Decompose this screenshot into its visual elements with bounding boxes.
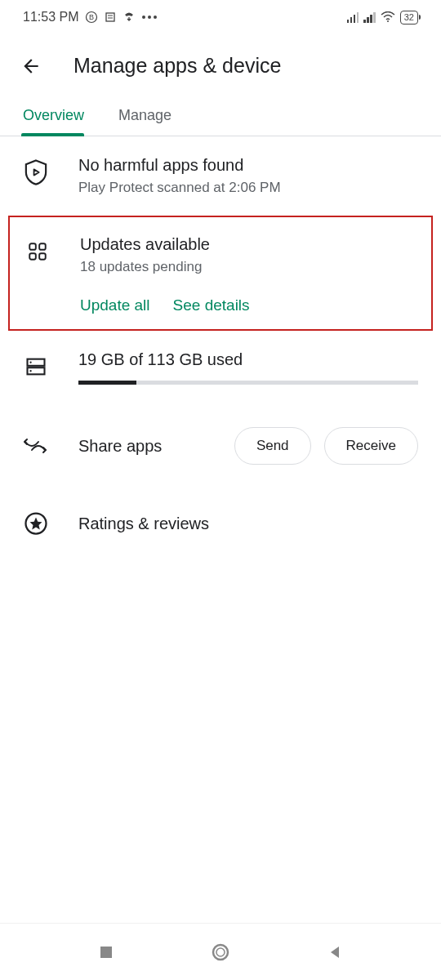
share-title: Share apps: [78, 437, 205, 456]
svg-rect-7: [39, 243, 46, 250]
ratings-title: Ratings & reviews: [78, 514, 418, 533]
nav-recent-button[interactable]: [96, 942, 116, 962]
updates-row: Updates available 18 updates pending Upd…: [8, 216, 433, 331]
svg-point-17: [216, 948, 225, 956]
send-button[interactable]: Send: [234, 427, 311, 465]
star-badge-icon: [23, 510, 49, 537]
header: Manage apps & device: [0, 31, 441, 96]
apps-grid-icon: [24, 238, 51, 265]
status-bar: 11:53 PM B 32: [0, 0, 441, 31]
more-notifications-icon: [142, 16, 157, 19]
ratings-row[interactable]: Ratings & reviews: [0, 484, 441, 563]
nav-back-button[interactable]: [325, 942, 345, 962]
svg-point-5: [387, 20, 389, 22]
svg-rect-9: [39, 253, 46, 260]
svg-point-13: [29, 370, 31, 372]
nav-home-button[interactable]: [211, 942, 230, 962]
signal-icon-1: [347, 11, 359, 23]
tab-manage[interactable]: Manage: [118, 96, 186, 136]
notification-icon: [105, 11, 116, 23]
page-title: Manage apps & device: [74, 54, 281, 78]
storage-icon: [23, 354, 49, 380]
storage-title: 19 GB of 113 GB used: [78, 350, 418, 369]
svg-rect-8: [29, 253, 36, 260]
share-apps-row: Share apps Send Receive: [0, 388, 441, 484]
storage-progress-fill: [78, 381, 136, 385]
storage-progress: [78, 381, 418, 385]
share-icon: [23, 433, 49, 459]
see-details-button[interactable]: See details: [173, 296, 250, 314]
status-time: 11:53 PM: [23, 10, 78, 24]
shield-icon: [23, 159, 49, 185]
play-protect-row[interactable]: No harmful apps found Play Protect scann…: [0, 136, 441, 216]
tab-overview[interactable]: Overview: [23, 96, 99, 136]
receive-button[interactable]: Receive: [324, 427, 418, 465]
tabs: Overview Manage: [0, 96, 441, 136]
back-button[interactable]: [20, 55, 42, 78]
signal-icon-2: [363, 11, 376, 23]
svg-point-12: [29, 362, 31, 363]
protect-subtitle: Play Protect scanned at 2:06 PM: [78, 180, 418, 196]
b-icon: B: [85, 11, 98, 24]
updates-title: Updates available: [80, 235, 416, 254]
svg-point-16: [213, 945, 228, 960]
storage-row[interactable]: 19 GB of 113 GB used: [0, 331, 441, 388]
svg-text:B: B: [89, 13, 94, 21]
system-nav-bar: [0, 923, 441, 980]
battery-icon: 32: [400, 11, 418, 24]
protect-title: No harmful apps found: [78, 156, 418, 175]
svg-rect-15: [100, 947, 112, 958]
wifi-icon: [381, 11, 395, 23]
updates-subtitle: 18 updates pending: [80, 259, 416, 275]
update-all-button[interactable]: Update all: [80, 296, 150, 314]
missed-call-icon: [122, 11, 136, 24]
svg-rect-2: [106, 13, 114, 21]
svg-rect-6: [29, 243, 36, 250]
